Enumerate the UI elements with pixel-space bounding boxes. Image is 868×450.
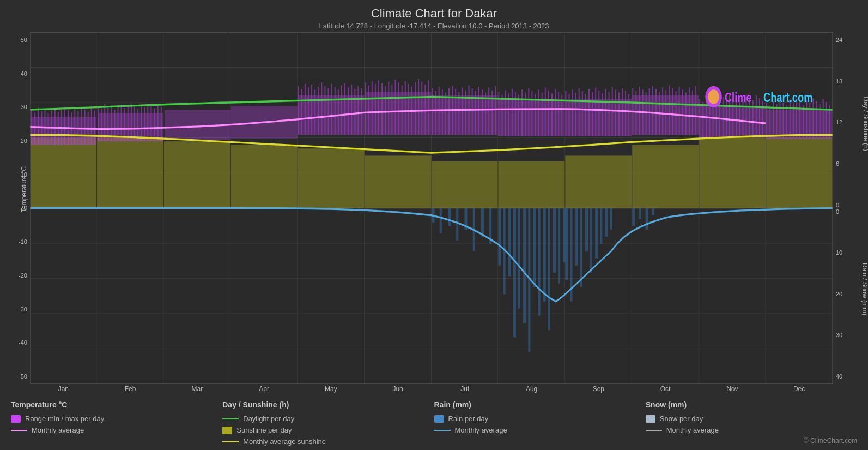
legend-rain-day-label: Rain per day	[448, 415, 489, 423]
svg-rect-271	[558, 208, 560, 284]
y-tick-right-0h: 0	[833, 202, 868, 208]
svg-rect-117	[405, 81, 406, 135]
svg-rect-261	[508, 208, 511, 277]
y-tick-30: 30	[0, 104, 30, 110]
svg-rect-243	[806, 100, 807, 138]
svg-rect-95	[331, 84, 332, 135]
temp-avg-line-swatch	[11, 430, 27, 431]
legend-snow-avg-label: Monthly average	[666, 426, 719, 434]
svg-rect-174	[575, 93, 576, 136]
svg-rect-88	[308, 87, 309, 135]
legend-daylight: Daylight per day	[222, 415, 434, 423]
legend-temp-title: Temperature °C	[11, 400, 222, 409]
svg-rect-53	[74, 109, 75, 145]
main-container: Climate Chart for Dakar Latitude 14.728 …	[0, 0, 868, 450]
svg-rect-121	[418, 79, 419, 135]
svg-rect-56	[84, 110, 86, 145]
svg-rect-232	[769, 105, 770, 137]
svg-rect-107	[372, 81, 373, 135]
svg-rect-87	[305, 84, 306, 135]
svg-rect-108	[375, 84, 376, 135]
svg-rect-93	[324, 86, 325, 135]
svg-rect-122	[421, 82, 422, 135]
svg-rect-263	[518, 208, 520, 309]
svg-rect-131	[432, 88, 433, 135]
svg-rect-106	[368, 85, 369, 135]
svg-rect-254	[456, 208, 458, 241]
svg-rect-38	[766, 138, 832, 208]
svg-rect-242	[803, 105, 804, 138]
svg-rect-27	[31, 138, 96, 208]
svg-rect-259	[498, 208, 501, 266]
svg-rect-277	[585, 208, 588, 251]
svg-rect-204	[675, 91, 676, 135]
legend-sunshine-title: Day / Sunshine (h)	[222, 400, 434, 409]
chart-title: Climate Chart for Dakar	[0, 7, 868, 21]
x-tick-jul: Jul	[432, 385, 499, 393]
svg-rect-115	[398, 82, 399, 135]
x-tick-jan: Jan	[30, 385, 97, 393]
legend-snow-avg: Monthly average	[646, 426, 857, 434]
svg-rect-184	[609, 92, 610, 136]
svg-rect-244	[809, 103, 810, 138]
y-tick-20: 20	[0, 137, 30, 144]
snow-avg-swatch	[646, 430, 662, 431]
svg-rect-136	[448, 88, 450, 135]
svg-rect-253	[448, 208, 451, 226]
rain-day-swatch	[434, 415, 444, 423]
svg-rect-179	[592, 92, 593, 136]
svg-rect-85	[298, 86, 299, 135]
chart-canvas-wrapper: Clime Chart.com Clime Chart.com	[30, 32, 833, 384]
svg-rect-150	[495, 86, 496, 135]
svg-rect-165	[545, 87, 546, 136]
svg-rect-210	[695, 86, 696, 135]
svg-rect-99	[344, 83, 345, 135]
svg-rect-280	[600, 208, 602, 244]
svg-rect-50	[64, 107, 65, 145]
svg-rect-97	[338, 89, 339, 135]
svg-text:Clime: Clime	[725, 90, 752, 104]
svg-rect-270	[553, 208, 556, 273]
legend-rain: Rain (mm) Rain per day Monthly average	[434, 400, 646, 446]
y-tick-right-24: 24	[833, 37, 868, 43]
legend-temp-range-label: Range min / max per day	[25, 415, 104, 423]
svg-rect-217	[719, 102, 720, 138]
svg-rect-166	[548, 91, 549, 136]
svg-rect-30	[231, 145, 298, 208]
svg-rect-143	[472, 88, 473, 135]
svg-rect-161	[531, 91, 532, 136]
svg-rect-188	[622, 88, 623, 136]
svg-rect-73	[137, 109, 138, 141]
svg-rect-103	[357, 86, 359, 135]
svg-rect-76	[147, 104, 148, 141]
svg-rect-35	[565, 155, 632, 208]
svg-rect-101	[351, 85, 352, 135]
svg-rect-241	[799, 102, 800, 138]
svg-rect-262	[513, 208, 516, 338]
legend-temp-range: Range min / max per day	[11, 415, 222, 423]
legend-sunshine-avg: Monthly average sunshine	[222, 437, 434, 446]
y-tick-m40: -40	[0, 339, 30, 346]
svg-rect-155	[512, 89, 513, 136]
svg-rect-37	[699, 138, 766, 208]
svg-rect-209	[692, 91, 693, 135]
svg-rect-45	[48, 113, 49, 145]
svg-rect-180	[595, 87, 596, 136]
svg-rect-237	[786, 105, 787, 137]
copyright: © ClimeChart.com	[804, 437, 857, 445]
sunshine-day-swatch	[222, 427, 232, 434]
svg-rect-158	[521, 89, 523, 136]
svg-rect-198	[655, 89, 657, 135]
svg-rect-104	[361, 88, 362, 135]
svg-rect-176	[582, 91, 583, 136]
legend-sunshine: Day / Sunshine (h) Daylight per day Suns…	[222, 400, 434, 446]
svg-rect-193	[639, 87, 640, 135]
svg-rect-112	[388, 82, 389, 135]
svg-rect-182	[602, 93, 603, 136]
y-tick-right-6: 6	[833, 160, 868, 167]
x-tick-may: May	[298, 385, 365, 393]
svg-rect-96	[335, 87, 336, 135]
y-tick-right-18: 18	[833, 78, 868, 85]
x-tick-apr: Apr	[230, 385, 298, 393]
svg-rect-100	[348, 87, 349, 135]
